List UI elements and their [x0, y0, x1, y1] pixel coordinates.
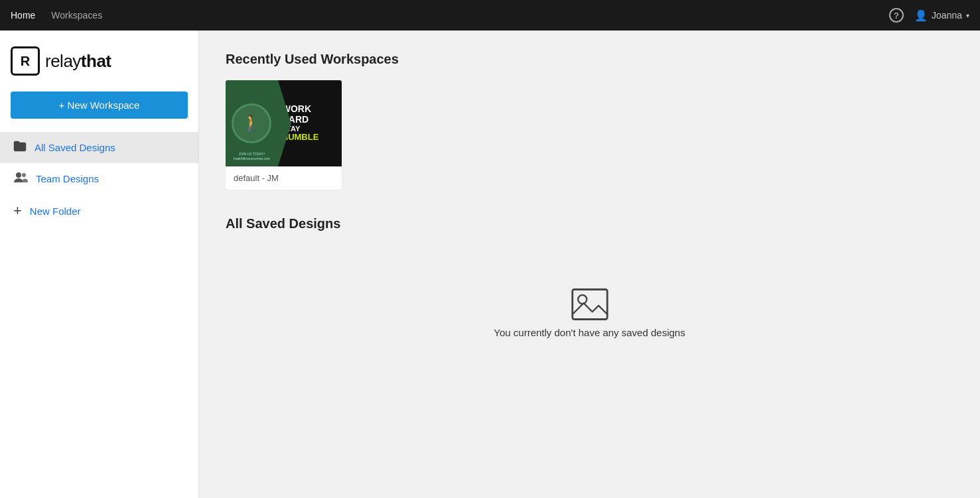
fitness-circle: 🚶 — [232, 103, 271, 143]
sidebar-label-new-folder: New Folder — [30, 206, 81, 217]
sidebar-item-team-designs[interactable]: Team Designs — [0, 163, 198, 194]
logo: R relaythat — [11, 46, 188, 76]
help-icon[interactable]: ? — [889, 8, 904, 23]
logo-icon: R — [11, 46, 40, 76]
workspace-cards: 🚶 JOIN US TODAY!healthfitnessscenter.com… — [226, 80, 953, 190]
sidebar-nav: All Saved Designs Team Designs + New Fol — [0, 132, 198, 227]
user-menu[interactable]: 👤 Joanna ▾ — [914, 9, 969, 22]
sidebar: R relaythat + New Workspace All Saved De… — [0, 31, 199, 498]
empty-state-text: You currently don't have any saved desig… — [494, 327, 685, 338]
recently-used-title: Recently Used Workspaces — [226, 52, 953, 67]
fitness-banner-image: 🚶 JOIN US TODAY!healthfitnessscenter.com… — [226, 80, 342, 166]
svg-rect-2 — [572, 290, 607, 320]
nav-workspaces[interactable]: Workspaces — [51, 10, 102, 21]
user-menu-caret: ▾ — [966, 12, 969, 19]
workspace-card[interactable]: 🚶 JOIN US TODAY!healthfitnessscenter.com… — [226, 80, 342, 190]
nav-home[interactable]: Home — [11, 10, 35, 21]
svg-point-1 — [22, 173, 26, 177]
no-designs-icon — [570, 284, 610, 327]
new-workspace-button[interactable]: + New Workspace — [11, 92, 188, 119]
workspace-card-label: default - JM — [226, 166, 342, 190]
svg-point-0 — [16, 172, 21, 178]
sidebar-item-all-saved-designs[interactable]: All Saved Designs — [0, 132, 198, 163]
team-icon — [13, 171, 28, 186]
top-nav: Home Workspaces ? 👤 Joanna ▾ — [0, 0, 980, 31]
user-avatar-icon: 👤 — [914, 9, 928, 22]
logo-area: R relaythat — [0, 46, 198, 92]
workspace-card-thumbnail: 🚶 JOIN US TODAY!healthfitnessscenter.com… — [226, 80, 342, 166]
empty-state: You currently don't have any saved desig… — [226, 245, 953, 378]
sidebar-item-new-folder[interactable]: + New Folder — [0, 194, 198, 227]
main-content: Recently Used Workspaces 🚶 JOIN US TODAY — [199, 31, 980, 498]
plus-icon: + — [13, 202, 22, 219]
all-saved-designs-title: All Saved Designs — [226, 216, 953, 231]
main-layout: R relaythat + New Workspace All Saved De… — [0, 31, 980, 498]
user-name: Joanna — [932, 10, 962, 21]
fitness-arrow — [278, 80, 291, 166]
sidebar-label-team-designs: Team Designs — [36, 173, 99, 184]
svg-point-3 — [578, 295, 587, 304]
logo-text: relaythat — [45, 51, 111, 72]
fitness-join-text: JOIN US TODAY!healthfitnessscenter.com — [226, 152, 278, 161]
folder-icon — [13, 140, 27, 155]
sidebar-label-all-saved-designs: All Saved Designs — [35, 142, 115, 153]
fitness-left-panel: 🚶 JOIN US TODAY!healthfitnessscenter.com — [226, 80, 278, 166]
